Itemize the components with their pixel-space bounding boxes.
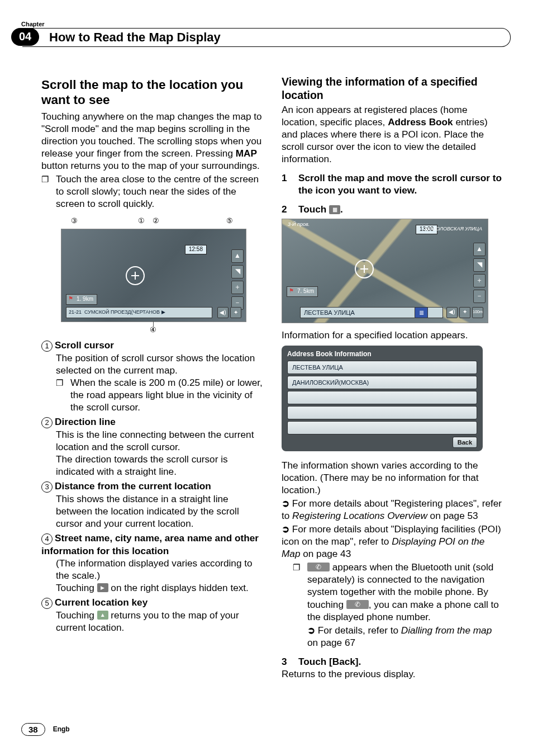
chapter-label: Chapter [21, 20, 511, 28]
callout-definitions: 1Scroll cursor The position of scroll cu… [41, 339, 265, 634]
map-infobar: 21-21 СУМСКОЙ ПРОЕЗД(ЧЕРТАНОВ ▶ [66, 307, 212, 318]
section-title-scroll: Scroll the map to the location you want … [41, 77, 265, 108]
viewing-info-paragraph: An icon appears at registered places (ho… [282, 103, 505, 165]
phone-icon [346, 600, 369, 609]
route-icon: ✦ [230, 307, 241, 318]
language-code: Engb [53, 725, 70, 734]
map-street-label: ШАБОЛОВСКАЯ УЛИЦА [425, 226, 482, 233]
map-screenshot: 12:58 ▲ ◥ ＋ － 1. 9km 21-21 СУМСКОЙ ПРОЕЗ… [61, 229, 246, 322]
subhead-viewing-info: Viewing the information of a specified l… [282, 75, 505, 102]
tip-bullet: ❐ Touch the area close to the centre of … [41, 173, 265, 210]
page-footer: 38 Engb [21, 723, 70, 736]
chapter-number-badge: 04 [11, 28, 39, 46]
route-icon: ✦ [459, 307, 470, 318]
map-time: 12:58 [185, 245, 207, 254]
panel-row: ЛЕСТЕВА УЛИЦА [287, 361, 477, 374]
info-list-icon [329, 205, 340, 214]
phone-icon [307, 563, 330, 571]
info-varies-text: The information shown varies according t… [282, 459, 505, 496]
panel-row [287, 421, 477, 434]
hint-poi: For more details about "Displaying facil… [282, 523, 505, 560]
current-location-key-icon [97, 611, 108, 620]
scale-icon: 100m [472, 307, 483, 318]
panel-row [287, 391, 477, 404]
address-book-panel: Address Book Information ЛЕСТЕВА УЛИЦА Д… [282, 346, 483, 451]
chapter-title: How to Read the Map Display [22, 28, 511, 47]
hint-registering: For more details about "Registering plac… [282, 497, 505, 522]
bluetooth-bullet: ❐ appears when the Bluetooth unit (sold … [282, 561, 505, 648]
current-location-icon: ▲ [473, 243, 486, 256]
map-side-buttons: ▲ ◥ ＋ － [473, 243, 486, 303]
page-header: Chapter 04 How to Read the Map Display [11, 20, 511, 29]
after-fig-text: Information for a specified location app… [282, 329, 505, 341]
direction-icon: ◥ [231, 265, 244, 278]
info-list-icon: ≣ [415, 307, 428, 318]
direction-icon: ◥ [473, 258, 486, 272]
back-button[interactable]: Back [453, 437, 477, 448]
scroll-cursor-icon [355, 259, 374, 278]
page-number: 38 [21, 723, 45, 736]
expand-icon [97, 583, 108, 592]
zoom-in-icon: ＋ [473, 274, 486, 287]
step-2: 2 Touch . [282, 203, 505, 215]
step-3: 3 Touch [Back]. [282, 655, 505, 668]
zoom-in-icon: ＋ [231, 281, 244, 294]
current-location-icon: ▲ [231, 249, 244, 263]
zoom-out-icon: － [473, 290, 486, 303]
left-column: Scroll the map to the location you want … [41, 72, 265, 711]
sound-icon: ◀) [217, 307, 229, 318]
map-distance: 7. 5km [287, 286, 318, 297]
map-side-buttons: ▲ ◥ ＋ － [231, 249, 244, 310]
sound-icon: ◀) [446, 307, 458, 318]
panel-row [287, 406, 477, 419]
scroll-cursor-icon [126, 266, 145, 285]
map-distance: 1. 9km [66, 294, 97, 305]
map-figure-scroll: ③ ① ② ⑤ 12:58 ▲ ◥ ＋ － 1. 9km 21-21 СУМСК… [61, 216, 245, 334]
panel-row: ДАНИЛОВСКИЙ(МОСКВА) [287, 376, 477, 389]
step-1: 1 Scroll the map and move the scroll cur… [282, 172, 505, 196]
map-figure-info: 3-Й пров. 13:00 ШАБОЛОВСКАЯ УЛИЦА ▲ ◥ ＋ … [282, 219, 488, 323]
step3-result: Returns to the previous display. [282, 668, 505, 680]
panel-title: Address Book Information [287, 350, 477, 358]
intro-paragraph: Touching anywhere on the map changes the… [41, 110, 265, 172]
right-column: Viewing the information of a specified l… [282, 72, 505, 711]
